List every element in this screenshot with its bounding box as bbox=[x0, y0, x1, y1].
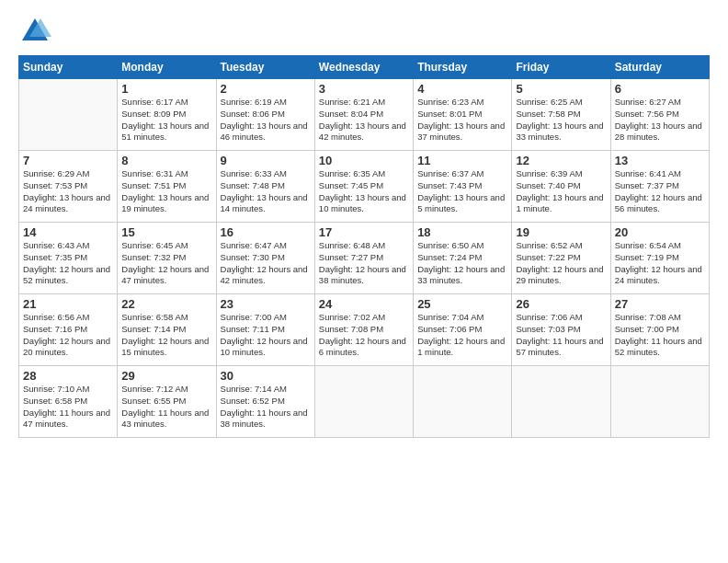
day-info: Sunrise: 6:37 AMSunset: 7:43 PMDaylight:… bbox=[417, 168, 507, 215]
day-info: Sunrise: 6:48 AMSunset: 7:27 PMDaylight:… bbox=[319, 240, 409, 287]
day-info: Sunrise: 6:41 AMSunset: 7:37 PMDaylight:… bbox=[615, 168, 705, 215]
calendar-cell bbox=[19, 79, 118, 151]
day-info: Sunrise: 6:27 AMSunset: 7:56 PMDaylight:… bbox=[615, 97, 705, 144]
calendar-cell: 24Sunrise: 7:02 AMSunset: 7:08 PMDayligh… bbox=[314, 294, 413, 366]
calendar-cell: 2Sunrise: 6:19 AMSunset: 8:06 PMDaylight… bbox=[216, 79, 314, 151]
calendar-cell: 27Sunrise: 7:08 AMSunset: 7:00 PMDayligh… bbox=[610, 294, 709, 366]
day-number: 1 bbox=[121, 82, 211, 96]
day-number: 6 bbox=[615, 82, 705, 96]
page: SundayMondayTuesdayWednesdayThursdayFrid… bbox=[0, 0, 728, 563]
column-header-monday: Monday bbox=[118, 56, 216, 79]
day-number: 8 bbox=[121, 154, 211, 167]
calendar-cell: 3Sunrise: 6:21 AMSunset: 8:04 PMDaylight… bbox=[314, 79, 413, 151]
calendar-cell: 7Sunrise: 6:29 AMSunset: 7:53 PMDaylight… bbox=[19, 151, 118, 223]
calendar-cell: 26Sunrise: 7:06 AMSunset: 7:03 PMDayligh… bbox=[512, 294, 610, 366]
calendar-table: SundayMondayTuesdayWednesdayThursdayFrid… bbox=[18, 55, 710, 438]
column-header-friday: Friday bbox=[512, 56, 610, 79]
day-info: Sunrise: 6:45 AMSunset: 7:32 PMDaylight:… bbox=[121, 240, 211, 287]
day-number: 5 bbox=[516, 82, 606, 96]
calendar-week-2: 14Sunrise: 6:43 AMSunset: 7:35 PMDayligh… bbox=[19, 223, 710, 294]
calendar-cell: 30Sunrise: 7:14 AMSunset: 6:52 PMDayligh… bbox=[216, 366, 314, 438]
day-number: 24 bbox=[319, 297, 409, 311]
day-info: Sunrise: 7:02 AMSunset: 7:08 PMDaylight:… bbox=[319, 312, 409, 359]
day-info: Sunrise: 7:04 AMSunset: 7:06 PMDaylight:… bbox=[417, 312, 507, 359]
day-number: 30 bbox=[221, 369, 311, 383]
header bbox=[18, 15, 710, 48]
day-info: Sunrise: 6:56 AMSunset: 7:16 PMDaylight:… bbox=[23, 312, 113, 359]
day-number: 13 bbox=[615, 154, 705, 167]
calendar-cell bbox=[314, 366, 413, 438]
day-info: Sunrise: 6:33 AMSunset: 7:48 PMDaylight:… bbox=[221, 168, 311, 215]
day-number: 12 bbox=[516, 154, 606, 167]
day-info: Sunrise: 6:23 AMSunset: 8:01 PMDaylight:… bbox=[417, 97, 507, 144]
day-info: Sunrise: 6:58 AMSunset: 7:14 PMDaylight:… bbox=[121, 312, 211, 359]
calendar-week-3: 21Sunrise: 6:56 AMSunset: 7:16 PMDayligh… bbox=[19, 294, 710, 366]
calendar-header-row: SundayMondayTuesdayWednesdayThursdayFrid… bbox=[19, 56, 710, 79]
day-info: Sunrise: 6:47 AMSunset: 7:30 PMDaylight:… bbox=[221, 240, 311, 287]
calendar-cell: 9Sunrise: 6:33 AMSunset: 7:48 PMDaylight… bbox=[216, 151, 314, 223]
day-info: Sunrise: 7:12 AMSunset: 6:55 PMDaylight:… bbox=[121, 384, 211, 431]
day-info: Sunrise: 6:43 AMSunset: 7:35 PMDaylight:… bbox=[23, 240, 113, 287]
calendar-cell: 13Sunrise: 6:41 AMSunset: 7:37 PMDayligh… bbox=[610, 151, 709, 223]
calendar-cell: 14Sunrise: 6:43 AMSunset: 7:35 PMDayligh… bbox=[19, 223, 118, 294]
calendar-cell bbox=[414, 366, 512, 438]
calendar-cell bbox=[512, 366, 610, 438]
calendar-cell: 8Sunrise: 6:31 AMSunset: 7:51 PMDaylight… bbox=[118, 151, 216, 223]
calendar-cell: 22Sunrise: 6:58 AMSunset: 7:14 PMDayligh… bbox=[118, 294, 216, 366]
day-info: Sunrise: 6:54 AMSunset: 7:19 PMDaylight:… bbox=[615, 240, 705, 287]
logo-icon bbox=[18, 15, 51, 48]
calendar-cell: 15Sunrise: 6:45 AMSunset: 7:32 PMDayligh… bbox=[118, 223, 216, 294]
calendar-cell: 10Sunrise: 6:35 AMSunset: 7:45 PMDayligh… bbox=[314, 151, 413, 223]
calendar-cell: 20Sunrise: 6:54 AMSunset: 7:19 PMDayligh… bbox=[610, 223, 709, 294]
day-number: 21 bbox=[23, 297, 113, 311]
calendar-cell: 16Sunrise: 6:47 AMSunset: 7:30 PMDayligh… bbox=[216, 223, 314, 294]
day-info: Sunrise: 6:17 AMSunset: 8:09 PMDaylight:… bbox=[121, 97, 211, 144]
calendar-cell: 19Sunrise: 6:52 AMSunset: 7:22 PMDayligh… bbox=[512, 223, 610, 294]
day-number: 3 bbox=[319, 82, 409, 96]
day-info: Sunrise: 6:29 AMSunset: 7:53 PMDaylight:… bbox=[23, 168, 113, 215]
day-info: Sunrise: 6:19 AMSunset: 8:06 PMDaylight:… bbox=[221, 97, 311, 144]
day-number: 7 bbox=[23, 154, 113, 167]
day-number: 23 bbox=[221, 297, 311, 311]
calendar-cell: 18Sunrise: 6:50 AMSunset: 7:24 PMDayligh… bbox=[414, 223, 512, 294]
day-number: 27 bbox=[615, 297, 705, 311]
day-number: 25 bbox=[417, 297, 507, 311]
day-number: 17 bbox=[319, 225, 409, 239]
day-info: Sunrise: 6:31 AMSunset: 7:51 PMDaylight:… bbox=[121, 168, 211, 215]
day-info: Sunrise: 6:50 AMSunset: 7:24 PMDaylight:… bbox=[417, 240, 507, 287]
calendar-cell: 25Sunrise: 7:04 AMSunset: 7:06 PMDayligh… bbox=[414, 294, 512, 366]
day-number: 9 bbox=[221, 154, 311, 167]
day-info: Sunrise: 7:14 AMSunset: 6:52 PMDaylight:… bbox=[221, 384, 311, 431]
calendar-cell: 28Sunrise: 7:10 AMSunset: 6:58 PMDayligh… bbox=[19, 366, 118, 438]
day-number: 20 bbox=[615, 225, 705, 239]
day-number: 26 bbox=[516, 297, 606, 311]
day-number: 10 bbox=[319, 154, 409, 167]
day-number: 14 bbox=[23, 225, 113, 239]
logo bbox=[18, 15, 55, 48]
calendar-cell: 4Sunrise: 6:23 AMSunset: 8:01 PMDaylight… bbox=[414, 79, 512, 151]
day-info: Sunrise: 7:10 AMSunset: 6:58 PMDaylight:… bbox=[23, 384, 113, 431]
day-number: 19 bbox=[516, 225, 606, 239]
calendar-cell: 6Sunrise: 6:27 AMSunset: 7:56 PMDaylight… bbox=[610, 79, 709, 151]
day-info: Sunrise: 7:08 AMSunset: 7:00 PMDaylight:… bbox=[615, 312, 705, 359]
day-number: 18 bbox=[417, 225, 507, 239]
day-number: 28 bbox=[23, 369, 113, 383]
column-header-tuesday: Tuesday bbox=[216, 56, 314, 79]
day-number: 4 bbox=[417, 82, 507, 96]
column-header-thursday: Thursday bbox=[414, 56, 512, 79]
calendar-cell: 23Sunrise: 7:00 AMSunset: 7:11 PMDayligh… bbox=[216, 294, 314, 366]
calendar-week-4: 28Sunrise: 7:10 AMSunset: 6:58 PMDayligh… bbox=[19, 366, 710, 438]
day-number: 15 bbox=[121, 225, 211, 239]
day-info: Sunrise: 6:21 AMSunset: 8:04 PMDaylight:… bbox=[319, 97, 409, 144]
day-info: Sunrise: 6:52 AMSunset: 7:22 PMDaylight:… bbox=[516, 240, 606, 287]
day-info: Sunrise: 6:39 AMSunset: 7:40 PMDaylight:… bbox=[516, 168, 606, 215]
day-info: Sunrise: 6:35 AMSunset: 7:45 PMDaylight:… bbox=[319, 168, 409, 215]
calendar-cell: 17Sunrise: 6:48 AMSunset: 7:27 PMDayligh… bbox=[314, 223, 413, 294]
day-number: 11 bbox=[417, 154, 507, 167]
day-info: Sunrise: 7:06 AMSunset: 7:03 PMDaylight:… bbox=[516, 312, 606, 359]
day-number: 2 bbox=[221, 82, 311, 96]
calendar-cell: 11Sunrise: 6:37 AMSunset: 7:43 PMDayligh… bbox=[414, 151, 512, 223]
calendar-week-0: 1Sunrise: 6:17 AMSunset: 8:09 PMDaylight… bbox=[19, 79, 710, 151]
day-info: Sunrise: 6:25 AMSunset: 7:58 PMDaylight:… bbox=[516, 97, 606, 144]
calendar-cell bbox=[610, 366, 709, 438]
